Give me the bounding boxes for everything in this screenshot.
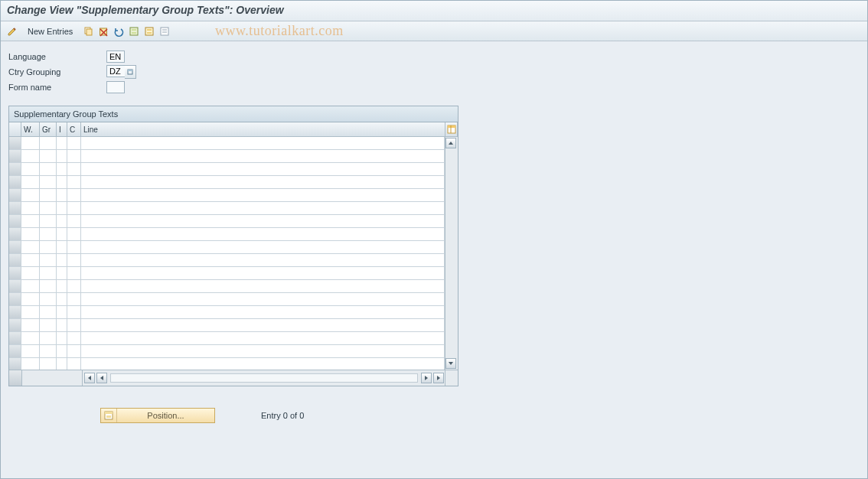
form-name-input[interactable] <box>106 81 125 93</box>
cell-i[interactable] <box>57 332 67 344</box>
cell-gr[interactable] <box>40 280 57 292</box>
ctry-grouping-f4-button[interactable] <box>125 65 136 79</box>
row-select-button[interactable] <box>9 332 21 344</box>
cell-line[interactable] <box>81 215 445 227</box>
cell-w[interactable] <box>21 293 40 305</box>
cell-c[interactable] <box>67 176 81 188</box>
cell-i[interactable] <box>57 189 67 201</box>
cell-line[interactable] <box>81 163 445 175</box>
cell-gr[interactable] <box>40 293 57 305</box>
cell-line[interactable] <box>81 319 445 331</box>
cell-i[interactable] <box>57 176 67 188</box>
pencil-icon[interactable] <box>5 24 19 38</box>
cell-w[interactable] <box>21 163 40 175</box>
column-header-select[interactable] <box>9 122 21 136</box>
new-entries-button[interactable]: New Entries <box>21 24 80 38</box>
cell-c[interactable] <box>67 137 81 149</box>
delete-icon[interactable] <box>96 24 110 38</box>
cell-c[interactable] <box>67 241 81 253</box>
position-button[interactable]: Position... <box>100 408 215 423</box>
undo-icon[interactable] <box>112 24 126 38</box>
cell-line[interactable] <box>81 280 445 292</box>
cell-c[interactable] <box>67 189 81 201</box>
row-select-button[interactable] <box>9 202 21 214</box>
select-block-icon[interactable] <box>142 24 156 38</box>
scroll-right-button[interactable] <box>421 373 432 383</box>
cell-c[interactable] <box>67 306 81 318</box>
cell-w[interactable] <box>21 228 40 240</box>
row-select-button[interactable] <box>9 358 21 370</box>
scroll-first-button[interactable] <box>84 373 95 383</box>
language-input[interactable] <box>106 51 125 63</box>
cell-line[interactable] <box>81 150 445 162</box>
cell-c[interactable] <box>67 267 81 279</box>
cell-gr[interactable] <box>40 150 57 162</box>
cell-w[interactable] <box>21 254 40 266</box>
scroll-up-button[interactable] <box>445 138 456 148</box>
cell-gr[interactable] <box>40 176 57 188</box>
row-select-button[interactable] <box>9 228 21 240</box>
row-select-button[interactable] <box>9 150 21 162</box>
cell-i[interactable] <box>57 163 67 175</box>
cell-c[interactable] <box>67 254 81 266</box>
cell-i[interactable] <box>57 228 67 240</box>
scroll-down-button[interactable] <box>445 358 456 369</box>
cell-c[interactable] <box>67 358 81 370</box>
cell-w[interactable] <box>21 280 40 292</box>
cell-gr[interactable] <box>40 189 57 201</box>
row-select-button[interactable] <box>9 176 21 188</box>
cell-gr[interactable] <box>40 267 57 279</box>
cell-c[interactable] <box>67 163 81 175</box>
cell-line[interactable] <box>81 267 445 279</box>
select-all-rows-button[interactable] <box>9 370 22 386</box>
row-select-button[interactable] <box>9 254 21 266</box>
deselect-all-icon[interactable] <box>158 24 171 38</box>
cell-line[interactable] <box>81 137 445 149</box>
cell-line[interactable] <box>81 228 445 240</box>
cell-i[interactable] <box>57 202 67 214</box>
select-all-icon[interactable] <box>127 24 141 38</box>
cell-c[interactable] <box>67 215 81 227</box>
cell-line[interactable] <box>81 189 445 201</box>
cell-gr[interactable] <box>40 215 57 227</box>
cell-i[interactable] <box>57 358 67 370</box>
cell-c[interactable] <box>67 293 81 305</box>
cell-line[interactable] <box>81 306 445 318</box>
cell-line[interactable] <box>81 202 445 214</box>
cell-w[interactable] <box>21 241 40 253</box>
cell-w[interactable] <box>21 189 40 201</box>
cell-line[interactable] <box>81 332 445 344</box>
cell-line[interactable] <box>81 176 445 188</box>
cell-c[interactable] <box>67 280 81 292</box>
cell-gr[interactable] <box>40 137 57 149</box>
row-select-button[interactable] <box>9 189 21 201</box>
cell-w[interactable] <box>21 319 40 331</box>
cell-w[interactable] <box>21 137 40 149</box>
cell-w[interactable] <box>21 358 40 370</box>
cell-line[interactable] <box>81 254 445 266</box>
vertical-scrollbar[interactable] <box>445 137 458 370</box>
row-select-button[interactable] <box>9 293 21 305</box>
cell-gr[interactable] <box>40 228 57 240</box>
horizontal-scrollbar[interactable] <box>83 370 458 386</box>
cell-c[interactable] <box>67 345 81 357</box>
cell-w[interactable] <box>21 332 40 344</box>
cell-gr[interactable] <box>40 254 57 266</box>
cell-gr[interactable] <box>40 345 57 357</box>
cell-w[interactable] <box>21 267 40 279</box>
cell-i[interactable] <box>57 254 67 266</box>
cell-line[interactable] <box>81 241 445 253</box>
row-select-button[interactable] <box>9 215 21 227</box>
row-select-button[interactable] <box>9 137 21 149</box>
cell-gr[interactable] <box>40 358 57 370</box>
row-select-button[interactable] <box>9 163 21 175</box>
cell-w[interactable] <box>21 202 40 214</box>
cell-gr[interactable] <box>40 332 57 344</box>
row-select-button[interactable] <box>9 345 21 357</box>
cell-i[interactable] <box>57 306 67 318</box>
cell-i[interactable] <box>57 319 67 331</box>
cell-line[interactable] <box>81 293 445 305</box>
table-settings-icon[interactable] <box>446 124 457 135</box>
scroll-last-button[interactable] <box>433 373 444 383</box>
cell-gr[interactable] <box>40 241 57 253</box>
